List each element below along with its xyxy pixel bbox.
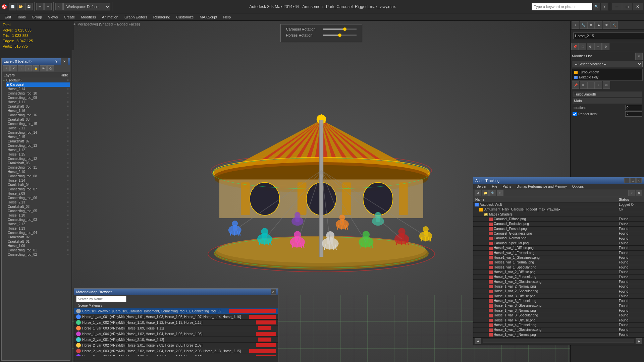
toolbar-save[interactable]: 💾 <box>25 3 33 10</box>
at-menu-server[interactable]: Server <box>475 184 488 189</box>
layer-item[interactable]: Connecting_rod_13≡ <box>6 143 70 148</box>
layer-item[interactable]: Horse_2.09≡ <box>6 191 70 196</box>
at-menu-options[interactable]: Options <box>570 184 586 189</box>
menu-help[interactable]: Help <box>221 14 234 20</box>
layer-item[interactable]: Connecting_rod_07≡ <box>6 187 70 191</box>
menu-customize[interactable]: Customize <box>174 14 197 20</box>
at-scroll-left[interactable]: ◀ <box>475 338 481 344</box>
layer-item[interactable]: Crankshaft_02≡ <box>6 235 70 239</box>
mb-material-item[interactable]: Horse_2_var_002 (VRayMtl) [Horse_2.01, H… <box>74 343 278 348</box>
layer-item[interactable]: Horse_1.12≡ <box>6 148 70 152</box>
layer-item[interactable]: Crankshaft_06≡ <box>6 161 70 165</box>
at-btn3[interactable]: 🔍 <box>489 190 496 196</box>
layer-item[interactable]: Connecting_rod_11≡ <box>6 165 70 170</box>
layer-item[interactable]: Crankshaft_03≡ <box>6 204 70 209</box>
toolbar-new[interactable]: 📄 <box>9 3 16 10</box>
mb-scene-materials[interactable]: - Scene Materials <box>74 303 278 308</box>
layer-item[interactable]: Connecting_rod_04≡ <box>6 231 70 235</box>
selected-name-input[interactable] <box>573 33 644 39</box>
search-input[interactable] <box>532 3 592 10</box>
at-table-row[interactable]: Horse_1_var_3_Diffuse.pngFound <box>473 294 644 298</box>
at-table-row[interactable]: Horse_1_var_3_Normal.pngFound <box>473 308 644 313</box>
mod-pin[interactable]: 📌 <box>572 81 579 89</box>
layer-close-button[interactable]: ✕ <box>61 58 68 65</box>
layer-item[interactable]: Horse_1.10≡ <box>6 213 70 218</box>
layer-item[interactable]: Connecting_rod_16≡ <box>6 113 70 117</box>
mod-config[interactable]: ⚙ <box>603 81 610 89</box>
at-table-row[interactable]: Horse1_var_1_Specular.pngFound <box>473 265 644 269</box>
menu-create[interactable]: Create <box>61 14 77 20</box>
rt-btn5[interactable]: ⊙ <box>602 43 609 50</box>
at-table-row[interactable]: Horse_1_var_4_Fresnel.pngFound <box>473 322 644 327</box>
at-table-row[interactable]: Horse_1_var_3_Specular.pngFound <box>473 313 644 318</box>
rt-motion[interactable]: ▶ <box>595 21 602 29</box>
layer-item[interactable]: Connecting_rod_02≡ <box>6 252 70 257</box>
toolbar-undo[interactable]: ↩ <box>36 3 44 10</box>
menu-modifiers[interactable]: Modifiers <box>78 14 99 20</box>
search-btn[interactable]: 🔍 <box>593 3 600 10</box>
turbosmooth-title[interactable]: TurboSmooth <box>573 92 642 97</box>
layer-btn5[interactable]: 🔒 <box>33 65 39 71</box>
menu-tools[interactable]: Tools <box>14 14 29 20</box>
at-table-row[interactable]: Horse1_var_1_Glossiness.pngFound <box>473 255 644 260</box>
layer-item[interactable]: Connecting_rod_15≡ <box>6 122 70 126</box>
at-help[interactable]: ? <box>628 190 635 196</box>
rt-utilities[interactable]: 🔨 <box>610 21 618 29</box>
layer-delete-button[interactable]: ✕ <box>10 65 17 71</box>
at-btn1[interactable]: ↺ <box>475 190 481 196</box>
mb-search-input[interactable] <box>76 296 126 302</box>
layer-new-button[interactable]: + <box>3 65 10 71</box>
turbosmoothmodifier[interactable]: T TurboSmooth <box>573 70 642 75</box>
render-iters-checkbox[interactable] <box>573 112 577 116</box>
restore-button[interactable]: □ <box>622 3 632 10</box>
at-table-row[interactable]: Carousel_Emissive.pngFound <box>473 222 644 226</box>
at-table-row[interactable]: Horse1_var_1_Fresnel.pngFound <box>473 250 644 255</box>
mb-material-item[interactable]: Horse_1_var_002 (VRayMtl) [Horse_1.10, H… <box>74 320 278 325</box>
at-restore[interactable]: □ <box>630 178 636 183</box>
menu-group[interactable]: Group <box>29 14 45 20</box>
at-menu-file[interactable]: File <box>490 184 499 189</box>
at-table-row[interactable]: Horse_1_var_4_Diffuse.pngFound <box>473 318 644 322</box>
menu-rendering[interactable]: Rendering <box>151 14 173 20</box>
layer-item[interactable]: Horse_2.12≡ <box>6 222 70 226</box>
mod-up[interactable]: ↑ <box>587 81 595 89</box>
layer-item[interactable]: Connecting_rod_09≡ <box>6 96 70 100</box>
menu-animation[interactable]: Animation <box>99 14 121 20</box>
layer-item[interactable]: Connecting_rod_01≡ <box>6 248 70 252</box>
mod-down[interactable]: ↓ <box>595 81 602 89</box>
at-btn4[interactable]: ⊞ <box>497 190 503 196</box>
mb-material-item[interactable]: Horse_2_var_004 (VRayMtl) [Horse_2.09, H… <box>74 354 278 356</box>
at-table-row[interactable]: 📁Maps / Shaders <box>473 212 644 217</box>
at-close[interactable]: ✕ <box>636 178 642 183</box>
at-table-row[interactable]: Horse_1_var_3_Glossiness.pngFound <box>473 303 644 308</box>
layer-item[interactable]: Horse_1.16≡ <box>6 109 70 113</box>
at-minimize[interactable]: ─ <box>624 178 630 183</box>
minimize-button[interactable]: ─ <box>612 3 622 10</box>
at-table-row[interactable]: Horse_1_var_4_Normal.pngFound <box>473 332 644 337</box>
layer-btn3[interactable]: ↑ <box>18 65 24 71</box>
at-close2[interactable]: ✕ <box>636 190 642 196</box>
rt-btn3[interactable]: ⊕ <box>587 43 594 50</box>
layer-btn6[interactable]: 👁 <box>40 65 47 71</box>
carousel-rotation-slider[interactable] <box>323 28 357 30</box>
pin-button[interactable]: 📌 <box>571 43 579 50</box>
layer-item[interactable]: Connecting_rod_05≡ <box>6 209 70 213</box>
close-button[interactable]: ✕ <box>633 3 643 10</box>
layer-btn4[interactable]: ↓ <box>25 65 32 71</box>
main-rollout[interactable]: Main <box>573 98 642 104</box>
at-table-row[interactable]: Amusment_Park_Carousel_Rigged_max_vray.m… <box>473 207 644 212</box>
layer-item[interactable]: Horse_2.11≡ <box>6 126 70 130</box>
rt-display[interactable]: 👁 <box>603 21 610 29</box>
layer-item[interactable]: Crankshaft_05≡ <box>6 104 70 109</box>
workspace-dropdown[interactable]: Workspace: Default <box>63 3 110 10</box>
horses-rotation-slider[interactable] <box>323 35 357 36</box>
at-table-row[interactable]: Horse_1_var_2_Specular.pngFound <box>473 289 644 294</box>
mb-content[interactable]: - Scene Materials Carousel (VRayMtl) [Ca… <box>74 303 278 356</box>
layer-item[interactable]: Horse_1.14≡ <box>6 178 70 183</box>
editable-poly-modifier[interactable]: E Editable Poly <box>573 75 642 80</box>
at-menu-bitmap[interactable]: Bitmap Performance and Memory <box>515 184 569 189</box>
menu-maxscript[interactable]: MAXScript <box>197 14 220 20</box>
layer-item[interactable]: Horse_1.15≡ <box>6 152 70 157</box>
layer-item[interactable]: Horse_2.15≡ <box>6 135 70 139</box>
at-table-row[interactable]: Horse_1_var_4_Glossiness.pngFound <box>473 327 644 332</box>
